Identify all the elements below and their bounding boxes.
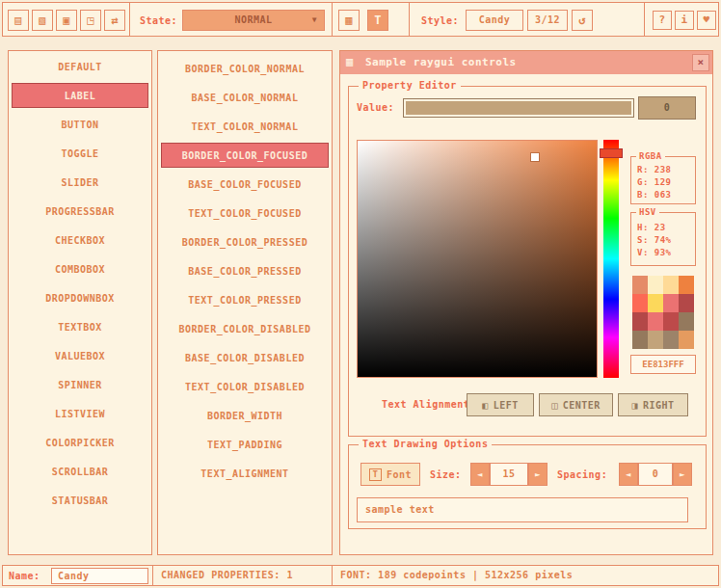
value-slider[interactable] xyxy=(403,98,634,118)
palette-swatch[interactable] xyxy=(648,276,663,294)
rgba-g-value: G: 129 xyxy=(631,176,695,189)
align-right-icon: ◨ xyxy=(631,400,638,411)
controls-list-item[interactable]: VALUEBOX xyxy=(12,343,148,368)
palette-swatch[interactable] xyxy=(648,331,663,349)
palette-swatch[interactable] xyxy=(632,331,648,349)
style-index-value: 3/12 xyxy=(535,14,560,25)
window-titlebar[interactable]: ▦ Sample raygui controls × xyxy=(340,51,712,74)
style-name-button[interactable]: Candy xyxy=(466,10,523,31)
export-file-button[interactable]: ◳ xyxy=(80,10,101,31)
state-label: State: xyxy=(140,15,177,26)
controls-list-item[interactable]: CHECKBOX xyxy=(12,227,148,253)
controls-list-item[interactable]: SLIDER xyxy=(12,170,148,195)
controls-list-item[interactable]: BUTTON xyxy=(12,112,148,137)
value-box[interactable]: 0 xyxy=(638,96,696,120)
palette-swatch[interactable] xyxy=(632,276,648,294)
reload-style-button[interactable]: ↺ xyxy=(572,10,593,31)
text-preview-toggle-button[interactable]: T xyxy=(367,10,388,31)
controls-list-item[interactable]: SPINNER xyxy=(12,372,148,397)
color-cursor[interactable] xyxy=(531,153,539,161)
sample-text-input[interactable]: sample text xyxy=(357,497,688,522)
properties-list-item[interactable]: BASE_COLOR_PRESSED xyxy=(161,258,329,283)
palette-swatch[interactable] xyxy=(663,312,679,331)
hsv-label: HSV xyxy=(636,207,659,217)
palette-swatch[interactable] xyxy=(632,294,648,312)
controls-list-item[interactable]: PROGRESSBAR xyxy=(12,199,148,224)
controls-list-item[interactable]: STATUSBAR xyxy=(12,488,148,513)
palette-swatch[interactable] xyxy=(679,312,694,331)
close-button[interactable]: × xyxy=(692,54,709,71)
color-sv-panel[interactable] xyxy=(357,140,598,378)
properties-list-item[interactable]: BASE_COLOR_FOCUSED xyxy=(161,172,329,197)
controls-list-item[interactable]: DROPDOWNBOX xyxy=(12,285,148,310)
properties-list-item[interactable]: TEXT_COLOR_PRESSED xyxy=(161,287,329,312)
statusbar-font-section: FONT: 189 codepoints | 512x256 pixels xyxy=(332,565,719,586)
properties-list-item[interactable]: BASE_COLOR_DISABLED xyxy=(161,345,329,370)
style-index-box[interactable]: 3/12 xyxy=(527,10,568,31)
sponsor-button[interactable]: ♥ xyxy=(697,11,716,30)
changed-properties-status: CHANGED PROPERTIES: 1 xyxy=(161,566,293,585)
properties-list-item[interactable]: BASE_COLOR_NORMAL xyxy=(161,85,329,110)
controls-list-item[interactable]: SCROLLBAR xyxy=(12,459,148,484)
controls-list-item[interactable]: TEXTBOX xyxy=(12,314,148,339)
rguistyler-app: ▤ ▧ ▣ ◳ ⇄ State: NORMAL ▼ ▦ T Style: Can… xyxy=(0,0,721,588)
align-left-button[interactable]: ◧ LEFT xyxy=(467,393,534,416)
heart-icon: ♥ xyxy=(703,13,709,26)
palette-swatch[interactable] xyxy=(663,331,679,349)
hue-bar[interactable] xyxy=(603,140,619,378)
spacing-decrease-button[interactable]: ◄ xyxy=(619,463,638,486)
properties-list-item[interactable]: TEXT_COLOR_DISABLED xyxy=(161,374,329,399)
controls-list-item[interactable]: TOGGLE xyxy=(12,141,148,166)
help-button[interactable]: ? xyxy=(653,11,672,30)
hex-value: EE813FFF xyxy=(642,360,683,369)
properties-list-item[interactable]: TEXT_COLOR_NORMAL xyxy=(161,114,329,139)
properties-list-item[interactable]: TEXT_PADDING xyxy=(161,432,329,457)
palette-swatch[interactable] xyxy=(679,294,694,312)
properties-list-item[interactable]: TEXT_ALIGNMENT xyxy=(161,461,329,486)
palette-swatch[interactable] xyxy=(648,294,663,312)
palette-swatch[interactable] xyxy=(663,294,679,312)
properties-list-item[interactable]: BORDER_COLOR_NORMAL xyxy=(161,56,329,81)
controls-list-item[interactable]: LISTVIEW xyxy=(12,401,148,426)
palette-swatch[interactable] xyxy=(679,276,694,294)
save-file-button[interactable]: ▣ xyxy=(56,10,77,31)
palette-swatch[interactable] xyxy=(679,331,694,349)
spacing-label: Spacing: xyxy=(557,469,607,480)
font-button[interactable]: T Font xyxy=(360,463,420,486)
toolbar-help-section: ? i ♥ xyxy=(644,2,719,37)
properties-list-item[interactable]: TEXT_COLOR_FOCUSED xyxy=(161,200,329,226)
value-label: Value: xyxy=(357,102,394,113)
align-center-button[interactable]: ◫ CENTER xyxy=(539,393,613,416)
properties-list-item[interactable]: BORDER_COLOR_DISABLED xyxy=(161,316,329,341)
open-file-button[interactable]: ▧ xyxy=(32,10,53,31)
property-editor-group: Property Editor Value: 0 RGBA R: 238 G: … xyxy=(348,86,707,437)
rgba-label: RGBA xyxy=(636,151,665,161)
properties-list-item[interactable]: BORDER_COLOR_PRESSED xyxy=(161,229,329,254)
controls-list-item[interactable]: COMBOBOX xyxy=(12,256,148,281)
spacing-increase-button[interactable]: ► xyxy=(673,463,692,486)
size-value-box[interactable]: 15 xyxy=(490,463,528,486)
controls-list-item[interactable]: DEFAULT xyxy=(12,54,148,79)
palette-swatch[interactable] xyxy=(663,276,679,294)
style-name-input[interactable]: Candy xyxy=(51,568,148,584)
random-style-button[interactable]: ⇄ xyxy=(104,10,125,31)
size-decrease-button[interactable]: ◄ xyxy=(470,463,490,486)
name-label: Name: xyxy=(9,571,40,581)
properties-list-item[interactable]: BORDER_WIDTH xyxy=(161,403,329,428)
properties-list-item-selected[interactable]: BORDER_COLOR_FOCUSED xyxy=(161,143,329,168)
palette-swatch[interactable] xyxy=(648,312,663,331)
hex-value-box[interactable]: EE813FFF xyxy=(630,355,696,374)
state-dropdown[interactable]: NORMAL ▼ xyxy=(182,10,325,31)
hue-cursor[interactable] xyxy=(600,148,623,158)
controls-list-item-selected[interactable]: LABEL xyxy=(12,83,148,108)
align-right-button[interactable]: ◨ RIGHT xyxy=(618,393,688,416)
info-button[interactable]: i xyxy=(675,11,694,30)
palette-swatch[interactable] xyxy=(632,312,648,331)
size-increase-button[interactable]: ► xyxy=(528,463,547,486)
toolbar-file-section: ▤ ▧ ▣ ◳ ⇄ xyxy=(2,2,130,37)
grid-toggle-button[interactable]: ▦ xyxy=(338,10,360,31)
new-file-button[interactable]: ▤ xyxy=(8,10,29,31)
spacing-value-box[interactable]: 0 xyxy=(638,463,673,486)
controls-list-item[interactable]: COLORPICKER xyxy=(12,430,148,455)
hsv-group: HSV H: 23 S: 74% V: 93% xyxy=(630,212,696,266)
